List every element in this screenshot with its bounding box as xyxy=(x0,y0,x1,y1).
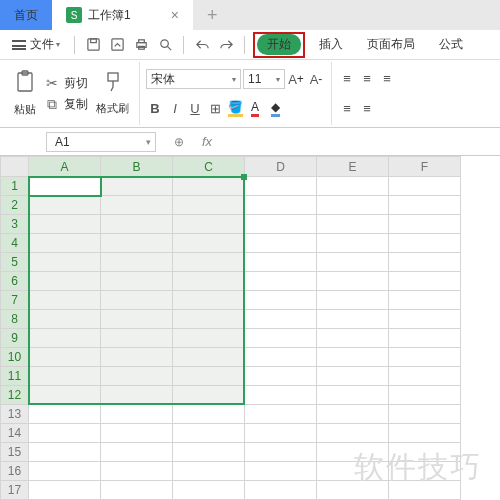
grow-font-icon[interactable]: A+ xyxy=(287,70,305,88)
cell[interactable] xyxy=(101,215,173,234)
copy-button[interactable]: ⧉复制 xyxy=(44,95,88,113)
row-header[interactable]: 5 xyxy=(1,253,29,272)
cell[interactable] xyxy=(389,272,461,291)
cell[interactable] xyxy=(29,196,101,215)
bold-button[interactable]: B xyxy=(146,100,164,118)
cell[interactable] xyxy=(173,481,245,500)
cell[interactable] xyxy=(245,329,317,348)
cell[interactable] xyxy=(317,443,389,462)
cell[interactable] xyxy=(29,348,101,367)
cell[interactable] xyxy=(245,386,317,405)
cell[interactable] xyxy=(29,310,101,329)
preview-icon[interactable] xyxy=(155,35,175,55)
cell[interactable] xyxy=(389,481,461,500)
cell[interactable] xyxy=(389,196,461,215)
cell[interactable] xyxy=(389,310,461,329)
cell[interactable] xyxy=(317,291,389,310)
cell[interactable] xyxy=(101,310,173,329)
new-tab-button[interactable]: + xyxy=(193,0,232,30)
cell[interactable] xyxy=(389,462,461,481)
row-header[interactable]: 9 xyxy=(1,329,29,348)
col-header[interactable]: A xyxy=(29,157,101,177)
cell[interactable] xyxy=(101,196,173,215)
cell[interactable] xyxy=(173,215,245,234)
col-header[interactable]: B xyxy=(101,157,173,177)
cell[interactable] xyxy=(389,291,461,310)
col-header[interactable]: C xyxy=(173,157,245,177)
formula-input[interactable] xyxy=(230,132,492,152)
fx-icon[interactable]: fx xyxy=(202,134,212,149)
cell[interactable] xyxy=(101,443,173,462)
save-icon[interactable] xyxy=(83,35,103,55)
row-header[interactable]: 6 xyxy=(1,272,29,291)
cell[interactable] xyxy=(29,386,101,405)
row-header[interactable]: 17 xyxy=(1,481,29,500)
cell[interactable] xyxy=(389,348,461,367)
row-header[interactable]: 14 xyxy=(1,424,29,443)
cut-button[interactable]: ✂剪切 xyxy=(44,74,88,92)
col-header[interactable]: F xyxy=(389,157,461,177)
cell[interactable] xyxy=(389,177,461,196)
cell[interactable] xyxy=(317,310,389,329)
cell[interactable] xyxy=(101,291,173,310)
cell[interactable] xyxy=(317,272,389,291)
cell[interactable] xyxy=(389,329,461,348)
tab-insert[interactable]: 插入 xyxy=(309,36,353,53)
row-header[interactable]: 15 xyxy=(1,443,29,462)
highlight-button[interactable]: ◆ xyxy=(266,100,284,118)
cell[interactable] xyxy=(29,253,101,272)
cell[interactable] xyxy=(173,443,245,462)
cell[interactable] xyxy=(245,234,317,253)
border-button[interactable]: ⊞ xyxy=(206,100,224,118)
cell[interactable] xyxy=(389,234,461,253)
cell[interactable] xyxy=(245,405,317,424)
fill-color-button[interactable]: 🪣 xyxy=(226,100,244,118)
cell[interactable] xyxy=(173,424,245,443)
font-size-select[interactable]: 11▾ xyxy=(243,69,285,89)
row-header[interactable]: 1 xyxy=(1,177,29,196)
cell[interactable] xyxy=(317,348,389,367)
cell[interactable] xyxy=(317,481,389,500)
row-header[interactable]: 7 xyxy=(1,291,29,310)
row-header[interactable]: 2 xyxy=(1,196,29,215)
cell[interactable] xyxy=(389,443,461,462)
cell[interactable] xyxy=(101,367,173,386)
select-all-corner[interactable] xyxy=(1,157,29,177)
cell[interactable] xyxy=(173,348,245,367)
redo-icon[interactable] xyxy=(216,35,236,55)
tab-workbook[interactable]: S 工作簿1 × xyxy=(52,0,193,30)
font-color-button[interactable]: A xyxy=(246,100,264,118)
tab-page-layout[interactable]: 页面布局 xyxy=(357,36,425,53)
cell[interactable] xyxy=(29,481,101,500)
cell[interactable] xyxy=(173,405,245,424)
cell[interactable] xyxy=(317,196,389,215)
row-header[interactable]: 13 xyxy=(1,405,29,424)
cell[interactable] xyxy=(29,234,101,253)
cell[interactable] xyxy=(101,481,173,500)
row-header[interactable]: 8 xyxy=(1,310,29,329)
cell[interactable] xyxy=(29,367,101,386)
undo-icon[interactable] xyxy=(192,35,212,55)
cell[interactable] xyxy=(173,386,245,405)
row-header[interactable]: 16 xyxy=(1,462,29,481)
row-header[interactable]: 12 xyxy=(1,386,29,405)
row-header[interactable]: 4 xyxy=(1,234,29,253)
cell[interactable] xyxy=(245,177,317,196)
cell[interactable] xyxy=(173,234,245,253)
cell[interactable] xyxy=(173,196,245,215)
cell[interactable] xyxy=(173,367,245,386)
underline-button[interactable]: U xyxy=(186,100,204,118)
col-header[interactable]: E xyxy=(317,157,389,177)
cell[interactable] xyxy=(173,462,245,481)
cell[interactable] xyxy=(101,386,173,405)
cell[interactable] xyxy=(245,367,317,386)
cell[interactable] xyxy=(29,405,101,424)
cell[interactable] xyxy=(389,386,461,405)
cell[interactable] xyxy=(29,177,101,196)
cell[interactable] xyxy=(29,329,101,348)
shrink-font-icon[interactable]: A- xyxy=(307,70,325,88)
cell[interactable] xyxy=(245,272,317,291)
row-header[interactable]: 10 xyxy=(1,348,29,367)
cell[interactable] xyxy=(245,310,317,329)
cell[interactable] xyxy=(245,291,317,310)
